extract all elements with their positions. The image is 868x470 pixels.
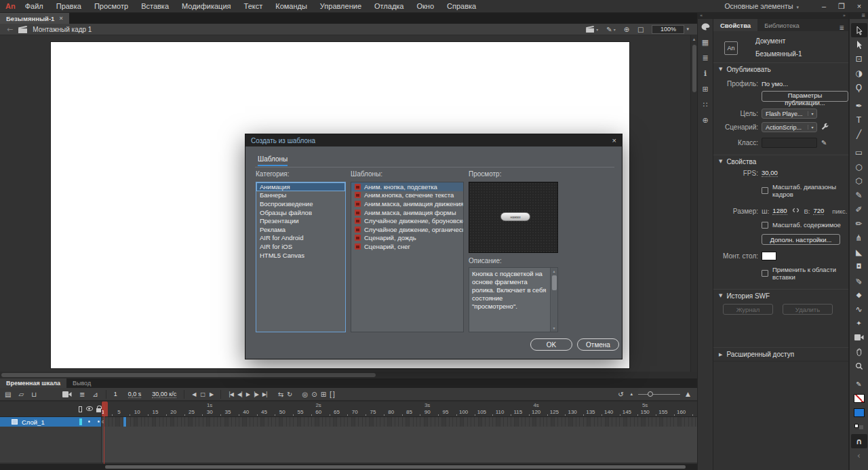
swf-clear-button[interactable]: Удалить bbox=[783, 304, 833, 315]
step-forward-icon[interactable]: ▶ bbox=[210, 391, 213, 397]
category-item[interactable]: Реклама bbox=[256, 225, 345, 234]
camera-button[interactable] bbox=[62, 391, 72, 397]
scale-content-checkbox[interactable] bbox=[762, 222, 768, 229]
category-item[interactable]: Презентации bbox=[256, 216, 345, 225]
timeline-ruler[interactable]: 1s2s3s4s5s151015202530354045505560657075… bbox=[102, 402, 697, 416]
line-tool-icon[interactable]: ╱ bbox=[851, 127, 867, 141]
menu-item[interactable]: Модификация bbox=[182, 2, 231, 10]
breadcrumb[interactable]: Монтажный кадр 1 bbox=[33, 26, 92, 33]
back-arrow-icon[interactable]: ← bbox=[7, 25, 13, 34]
category-item[interactable]: AIR for Android bbox=[256, 234, 345, 243]
apply-to-paste-checkbox[interactable] bbox=[762, 270, 768, 277]
text-tool-icon[interactable]: T bbox=[851, 113, 867, 127]
rectangle-tool-icon[interactable]: ▭ bbox=[851, 145, 867, 159]
dialog-close-icon[interactable]: × bbox=[612, 136, 616, 144]
color-panel-icon[interactable] bbox=[698, 19, 713, 35]
template-item[interactable]: Аним.маска, анимация формы bbox=[351, 208, 463, 217]
layer-outline-color-chip[interactable] bbox=[79, 418, 82, 425]
new-layer-button[interactable]: ▤ bbox=[5, 391, 11, 398]
advanced-settings-button[interactable]: Дополн. настройки... bbox=[762, 234, 840, 245]
paint-bucket-tool-icon[interactable]: ◣ bbox=[851, 245, 867, 259]
scrollbar-thumb[interactable] bbox=[105, 465, 686, 469]
selection-tool-icon[interactable] bbox=[851, 23, 867, 37]
timeline-scrollbar[interactable] bbox=[0, 464, 697, 470]
align-panel-icon[interactable]: ≣ bbox=[698, 50, 713, 66]
bone-tool-icon[interactable]: ⋔ bbox=[851, 231, 867, 245]
fragments-panel-icon[interactable]: ∷ bbox=[698, 97, 713, 113]
menu-item[interactable]: Справка bbox=[447, 2, 476, 10]
layer-depth-button[interactable]: ≣ bbox=[79, 391, 85, 398]
layer-frames-strip[interactable] bbox=[102, 417, 697, 427]
lasso-tool-icon[interactable]: Ϙ bbox=[851, 80, 867, 94]
ok-button[interactable]: OK bbox=[530, 338, 572, 351]
app-logo[interactable]: An bbox=[5, 2, 16, 10]
link-dimensions-icon[interactable] bbox=[792, 207, 800, 215]
panel-menu-icon[interactable]: ≣ bbox=[850, 13, 868, 19]
shift-keyframes-icon[interactable]: ⇆ bbox=[278, 391, 283, 398]
tab-properties[interactable]: Свойства bbox=[713, 19, 757, 31]
template-item[interactable]: Сценарий, снег bbox=[351, 242, 463, 251]
camera-tool-icon[interactable] bbox=[851, 330, 867, 345]
zoom-in-frames-icon[interactable]: ▲ bbox=[686, 391, 690, 397]
lock-column-icon[interactable] bbox=[96, 408, 101, 412]
oval-tool-icon[interactable]: ○ bbox=[851, 159, 867, 174]
workspace-switcher[interactable]: Основные элементы▾ bbox=[724, 2, 799, 10]
category-list[interactable]: АнимацияБаннерыВоспроизведениеОбразцы фа… bbox=[256, 182, 346, 332]
zoom-out-frames-icon[interactable]: ▴ bbox=[631, 391, 633, 397]
cancel-button[interactable]: Отмена bbox=[577, 338, 619, 351]
scroll-up-icon[interactable]: ▴ bbox=[551, 268, 557, 275]
expand-panels-icon[interactable]: » bbox=[713, 13, 848, 19]
wrench-icon[interactable] bbox=[821, 123, 829, 132]
reset-timeline-zoom-icon[interactable]: ↺ bbox=[618, 391, 623, 398]
go-first-frame-icon[interactable]: |◀ bbox=[229, 391, 233, 397]
outline-column-icon[interactable] bbox=[79, 406, 82, 412]
panel-menu-icon[interactable]: ≣ bbox=[839, 24, 844, 31]
snap-magnet-icon[interactable]: ∩ bbox=[851, 434, 867, 448]
hand-tool-icon[interactable] bbox=[851, 345, 867, 359]
graph-editor-button[interactable]: ⊿ bbox=[92, 391, 98, 398]
category-item[interactable]: Анимация bbox=[256, 182, 345, 191]
menu-item[interactable]: Команды bbox=[275, 2, 307, 10]
new-folder-button[interactable]: ▱ bbox=[18, 391, 24, 398]
scrollbar-thumb[interactable] bbox=[552, 275, 557, 290]
tab-library[interactable]: Библиотека bbox=[757, 19, 806, 31]
swatches-panel-icon[interactable]: ▦ bbox=[698, 35, 713, 50]
tab-timeline[interactable]: Временная шкала bbox=[0, 378, 66, 388]
elapsed-time-value[interactable]: 0,0 s bbox=[128, 391, 142, 398]
section-accessibility[interactable]: ▶ Расширенный доступ bbox=[713, 347, 848, 361]
swf-log-button[interactable]: Журнал bbox=[723, 304, 773, 315]
zoom-dropdown-icon[interactable]: ▾ bbox=[686, 26, 689, 32]
height-value[interactable]: 720 bbox=[813, 207, 824, 215]
script-select[interactable]: ActionScrip... ▾ bbox=[762, 122, 817, 132]
web-panel-icon[interactable]: ⊕ bbox=[698, 113, 713, 128]
scrollbar-thumb[interactable] bbox=[1, 373, 376, 377]
section-properties[interactable]: ▼ Свойства bbox=[713, 155, 848, 168]
loop-playback-icon[interactable]: ↻ bbox=[287, 391, 292, 398]
document-tab[interactable]: Безымянный-1 × bbox=[0, 13, 69, 24]
stage-color-swatch[interactable] bbox=[762, 252, 776, 260]
tab-templates[interactable]: Шаблоны bbox=[258, 155, 288, 166]
onion-skin-outlines-icon[interactable]: ⊙ bbox=[311, 391, 317, 398]
edit-class-pencil-icon[interactable]: ✎ bbox=[821, 139, 827, 146]
polystar-tool-icon[interactable]: ⬡ bbox=[851, 174, 867, 188]
timeline-zoom-slider[interactable] bbox=[638, 394, 680, 395]
category-item[interactable]: Воспроизведение bbox=[256, 199, 345, 208]
close-tab-icon[interactable]: × bbox=[59, 15, 62, 22]
category-item[interactable]: Баннеры bbox=[256, 191, 345, 200]
onion-skin-icon[interactable]: ◎ bbox=[302, 391, 309, 398]
layer-visible-dot[interactable] bbox=[88, 420, 90, 423]
menu-item[interactable]: Окно bbox=[416, 2, 434, 10]
delete-layer-button[interactable]: ⊔ bbox=[31, 391, 37, 398]
template-item[interactable]: Аним. кнопка, подсветка bbox=[351, 182, 463, 191]
close-button[interactable]: × bbox=[850, 2, 868, 10]
template-item[interactable]: Случайное движение, броуновское bbox=[351, 216, 463, 225]
restore-button[interactable]: ❐ bbox=[833, 2, 850, 11]
fill-color-swatch[interactable] bbox=[851, 406, 867, 420]
eraser-tool-icon[interactable]: ◆ bbox=[851, 288, 867, 302]
template-list[interactable]: Аним. кнопка, подсветкаАним.кнопка, свеч… bbox=[351, 182, 464, 332]
step-back-icon[interactable]: ◀ bbox=[192, 391, 195, 397]
prev-frame-icon[interactable]: ◀| bbox=[237, 391, 242, 397]
stop-icon[interactable]: □ bbox=[200, 391, 205, 397]
stage-vertical-scrollbar[interactable]: ▴ bbox=[690, 35, 697, 372]
class-input[interactable] bbox=[762, 138, 817, 148]
